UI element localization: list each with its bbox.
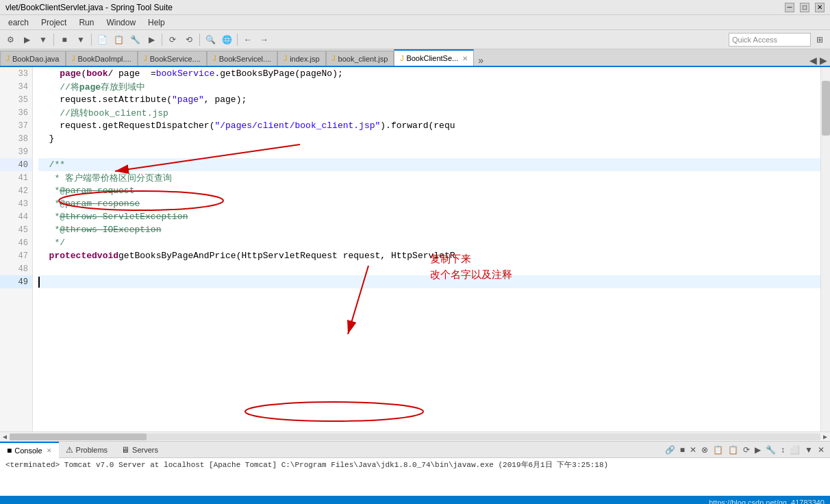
window-controls[interactable]: ─ □ ✕ <box>785 3 825 12</box>
toolbar-btn-12[interactable]: 🔍 <box>203 32 218 47</box>
tab-bookclientservlet[interactable]: J BookClientSe... ✕ <box>394 49 474 66</box>
toolbar-btn-3[interactable]: ▼ <box>36 32 51 47</box>
console-output: <terminated> Tomcat v7.0 Server at local… <box>0 458 830 496</box>
toolbar-btn-10[interactable]: ⟳ <box>165 32 180 47</box>
tab-bookdaoimpl[interactable]: J BookDaoImpl.... <box>66 51 138 66</box>
tab-label-3: BookService.... <box>150 55 201 63</box>
menu-run[interactable]: Run <box>73 16 99 29</box>
code-line-38: } <box>38 132 820 145</box>
code-editor[interactable]: page(book/ page = bookService.getBooksBy… <box>33 67 820 431</box>
console-btn-5[interactable]: 📋 <box>712 445 725 455</box>
tab-bookdao[interactable]: J BookDao.java <box>0 51 66 66</box>
problems-icon: ⚠ <box>66 445 73 455</box>
console-btn-11[interactable]: ⬜ <box>788 445 801 455</box>
console-btn-4[interactable]: ⊗ <box>700 445 709 455</box>
titlebar: vlet/BookClientServlet.java - Spring Too… <box>0 0 830 15</box>
linenum-39: 39 <box>0 145 32 158</box>
toolbar-btn-9[interactable]: ▶ <box>144 32 159 47</box>
tab-label-6: book_client.jsp <box>338 55 388 63</box>
code-line-40: /** <box>38 158 820 171</box>
code-line-36: //跳转book_client.jsp <box>38 106 820 119</box>
console-btn-3[interactable]: ✕ <box>688 445 698 455</box>
vertical-scrollbar[interactable] <box>820 67 830 431</box>
console-stop-button[interactable]: ■ <box>679 445 686 455</box>
menubar: earch Project Run Window Help <box>0 15 830 30</box>
bottom-panel: ■ Console ✕ ⚠ Problems 🖥 Servers 🔗 ■ ✕ ⊗… <box>0 441 830 496</box>
linenum-34: 34 <box>0 80 32 93</box>
toolbar-btn-2[interactable]: ▶ <box>19 32 34 47</box>
code-line-33: page(book/ page = bookService.getBooksBy… <box>38 67 820 80</box>
tab-close-7[interactable]: ✕ <box>462 55 468 62</box>
code-line-49 <box>38 275 820 288</box>
vscroll-thumb[interactable] <box>822 81 830 136</box>
linenum-44: 44 <box>0 210 32 223</box>
console-clear-button[interactable]: 🔗 <box>664 445 677 455</box>
linenum-38: 38 <box>0 132 32 145</box>
toolbar-btn-7[interactable]: 📋 <box>111 32 126 47</box>
code-line-43: * @param response <box>38 197 820 210</box>
toolbar-sep-1 <box>53 34 54 46</box>
code-line-44: * @throws ServletException <box>38 210 820 223</box>
tab-label-5: index.jsp <box>290 55 319 63</box>
console-collapse-button[interactable]: ▼ <box>803 445 814 455</box>
console-btn-10[interactable]: ↕ <box>779 445 786 455</box>
tab-servers[interactable]: 🖥 Servers <box>114 442 165 458</box>
console-btn-6[interactable]: 📋 <box>727 445 740 455</box>
tab-problems[interactable]: ⚠ Problems <box>59 442 114 458</box>
hscroll-left-button[interactable]: ◀ <box>1 433 8 441</box>
toolbar-btn-11[interactable]: ⟲ <box>181 32 197 47</box>
tab-label-4: BookServicel.... <box>219 55 271 63</box>
tab-bookservice[interactable]: J BookService.... <box>138 51 207 66</box>
console-btn-8[interactable]: ▶ <box>753 445 762 455</box>
horizontal-scrollbar[interactable]: ◀ ▶ <box>0 431 830 441</box>
toolbar-btn-8[interactable]: 🔧 <box>127 32 142 47</box>
toolbar-btn-4[interactable]: ■ <box>57 32 72 47</box>
toolbar-btn-5[interactable]: ▼ <box>73 32 88 47</box>
tab-label-7: BookClientSe... <box>406 54 458 62</box>
minimize-button[interactable]: ─ <box>785 3 794 12</box>
close-button[interactable]: ✕ <box>815 3 825 12</box>
menu-help[interactable]: Help <box>142 16 171 29</box>
tab-label-1: BookDao.java <box>12 55 60 63</box>
tab-console[interactable]: ■ Console ✕ <box>0 442 59 458</box>
code-line-48 <box>38 262 820 275</box>
toolbar-btn-15[interactable]: → <box>257 32 272 47</box>
menu-window[interactable]: Window <box>101 16 141 29</box>
linenum-36: 36 <box>0 106 32 119</box>
tab-icon-7: J <box>400 55 403 62</box>
menu-project[interactable]: Project <box>36 16 72 29</box>
toolbar-btn-16[interactable]: ⊞ <box>812 32 827 47</box>
toolbar: ⚙ ▶ ▼ ■ ▼ 📄 📋 🔧 ▶ ⟳ ⟲ 🔍 🌐 ← → Quick Acce… <box>0 30 830 49</box>
hscroll-thumb[interactable] <box>10 433 147 440</box>
maximize-button[interactable]: □ <box>800 3 809 12</box>
console-output-text: <terminated> Tomcat v7.0 Server at local… <box>5 461 608 469</box>
linenum-41: 41 <box>0 171 32 184</box>
toolbar-btn-14[interactable]: ← <box>240 32 255 47</box>
tab-indexjsp[interactable]: J index.jsp <box>277 51 325 66</box>
code-line-34: //将page存放到域中 <box>38 80 820 93</box>
hscroll-track[interactable] <box>10 433 820 440</box>
code-line-37: request.getRequestDispatcher("/pages/cli… <box>38 119 820 132</box>
console-tab-close[interactable]: ✕ <box>47 447 52 454</box>
code-line-46: */ <box>38 236 820 249</box>
tab-overflow[interactable]: » <box>474 55 488 66</box>
tab-icon-6: J <box>332 55 336 62</box>
tab-bookclientjsp[interactable]: J book_client.jsp <box>326 51 394 66</box>
console-expand-button[interactable]: ✕ <box>816 445 826 455</box>
tab-icon-1: J <box>6 55 10 62</box>
tab-scroll-right[interactable]: ▶ <box>820 55 827 66</box>
quick-access-box[interactable]: Quick Access <box>729 33 811 47</box>
menu-search[interactable]: earch <box>3 16 34 29</box>
hscroll-right-button[interactable]: ▶ <box>822 433 829 441</box>
tab-bookservicel[interactable]: J BookServicel.... <box>207 51 277 66</box>
linenum-33: 33 <box>0 67 32 80</box>
toolbar-btn-6[interactable]: 📄 <box>95 32 110 47</box>
console-btn-7[interactable]: ⟳ <box>742 445 751 455</box>
code-line-39 <box>38 145 820 158</box>
tab-label-2: BookDaoImpl.... <box>78 55 131 63</box>
tab-scroll-left[interactable]: ◀ <box>809 55 817 66</box>
console-btn-9[interactable]: 🔧 <box>764 445 777 455</box>
toolbar-sep-2 <box>91 34 92 46</box>
toolbar-btn-13[interactable]: 🌐 <box>219 32 234 47</box>
toolbar-btn-1[interactable]: ⚙ <box>3 32 18 47</box>
